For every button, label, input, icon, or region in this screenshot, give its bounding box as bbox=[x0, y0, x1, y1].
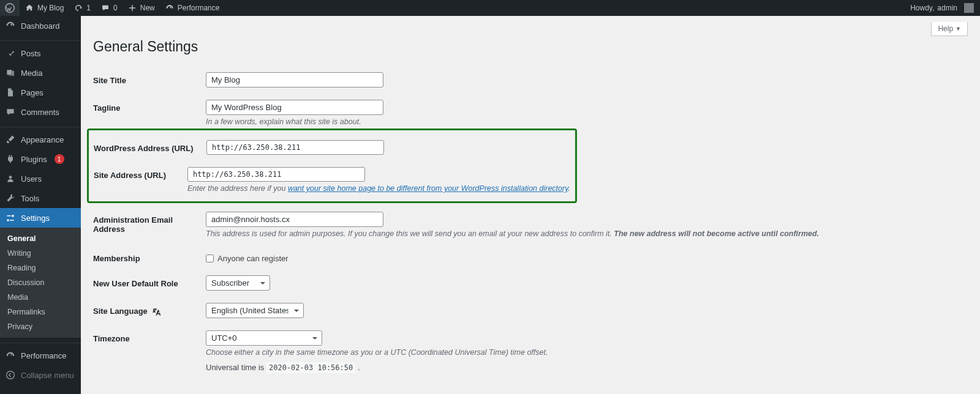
menu-plugins[interactable]: Plugins 1 bbox=[0, 149, 81, 169]
wordpress-icon bbox=[5, 3, 15, 13]
desc-admin-email: This address is used for admin purposes.… bbox=[206, 229, 819, 238]
submenu-media[interactable]: Media bbox=[0, 290, 81, 305]
select-timezone[interactable]: UTC+0 bbox=[206, 330, 322, 346]
desc-site-url-suffix: . bbox=[568, 184, 570, 193]
label-timezone: Timezone bbox=[93, 330, 206, 343]
input-site-url[interactable] bbox=[187, 167, 365, 182]
menu-performance-label: Performance bbox=[21, 351, 66, 360]
menu-media[interactable]: Media bbox=[0, 63, 81, 83]
comments-link[interactable]: 0 bbox=[96, 0, 123, 16]
label-default-role: New User Default Role bbox=[93, 275, 206, 288]
input-tagline[interactable] bbox=[206, 100, 383, 115]
menu-media-label: Media bbox=[21, 69, 42, 78]
collapse-label: Collapse menu bbox=[21, 371, 74, 380]
site-link[interactable]: My Blog bbox=[20, 0, 69, 16]
desc-admin-email-2: The new address will not become active u… bbox=[614, 229, 819, 238]
universal-prefix: Universal time is bbox=[206, 363, 266, 372]
row-site-title: Site Title bbox=[93, 66, 968, 94]
checkbox-membership[interactable] bbox=[206, 255, 214, 262]
avatar bbox=[964, 3, 974, 13]
menu-comments[interactable]: Comments bbox=[0, 102, 81, 122]
row-default-role: New User Default Role Subscriber bbox=[93, 269, 968, 297]
submenu-general[interactable]: General bbox=[0, 231, 81, 246]
input-admin-email[interactable] bbox=[206, 212, 383, 227]
plug-icon bbox=[5, 154, 16, 165]
wrench-icon bbox=[5, 193, 16, 204]
comments-count: 0 bbox=[113, 4, 118, 12]
sliders-icon bbox=[5, 212, 16, 223]
input-wp-url[interactable] bbox=[206, 140, 384, 155]
label-site-title: Site Title bbox=[93, 72, 206, 85]
gauge-icon bbox=[165, 3, 175, 13]
row-tagline: Tagline In a few words, explain what thi… bbox=[93, 94, 968, 128]
account-link[interactable]: Howdy, admin bbox=[905, 0, 980, 16]
gauge-icon bbox=[5, 350, 16, 361]
menu-posts[interactable]: Posts bbox=[0, 43, 81, 63]
menu-tools[interactable]: Tools bbox=[0, 188, 81, 208]
help-label: Help bbox=[938, 24, 953, 33]
site-name-label: My Blog bbox=[37, 4, 64, 12]
menu-separator bbox=[0, 340, 81, 343]
updates-count: 1 bbox=[86, 4, 91, 12]
label-language: Site Language bbox=[93, 303, 206, 317]
submenu-privacy[interactable]: Privacy bbox=[0, 319, 81, 334]
row-membership: Membership Anyone can register bbox=[93, 244, 968, 269]
label-wp-url: WordPress Address (URL) bbox=[94, 140, 206, 153]
menu-users-label: Users bbox=[21, 174, 42, 184]
label-site-url: Site Address (URL) bbox=[94, 167, 187, 180]
updates-link[interactable]: 1 bbox=[69, 0, 96, 16]
menu-dashboard[interactable]: Dashboard bbox=[0, 16, 81, 35]
submenu-discussion[interactable]: Discussion bbox=[0, 275, 81, 290]
plugins-update-badge: 1 bbox=[55, 154, 64, 164]
url-highlight-box: WordPress Address (URL) Site Address (UR… bbox=[87, 128, 577, 203]
performance-link[interactable]: Performance bbox=[160, 0, 225, 16]
svg-point-1 bbox=[9, 176, 12, 179]
comment-icon bbox=[5, 106, 16, 117]
menu-appearance[interactable]: Appearance bbox=[0, 130, 81, 149]
menu-comments-label: Comments bbox=[21, 108, 59, 117]
menu-pages[interactable]: Pages bbox=[0, 83, 81, 102]
desc-tagline: In a few words, explain what this site i… bbox=[206, 117, 383, 126]
page-title: General Settings bbox=[93, 39, 968, 55]
howdy-prefix: Howdy, bbox=[910, 4, 934, 12]
dashboard-icon bbox=[5, 20, 16, 31]
menu-plugins-label: Plugins bbox=[21, 155, 47, 164]
performance-label: Performance bbox=[178, 4, 220, 12]
desc-site-url-link[interactable]: want your site home page to be different… bbox=[288, 184, 568, 193]
menu-settings-label: Settings bbox=[21, 214, 50, 223]
user-name: admin bbox=[937, 4, 957, 12]
label-tagline: Tagline bbox=[93, 100, 206, 113]
row-site-url: Site Address (URL) Enter the address her… bbox=[94, 161, 570, 195]
svg-point-2 bbox=[7, 371, 15, 379]
submenu-permalinks[interactable]: Permalinks bbox=[0, 305, 81, 319]
menu-users[interactable]: Users bbox=[0, 169, 81, 188]
help-tab[interactable]: Help ▼ bbox=[931, 22, 968, 36]
submenu-writing[interactable]: Writing bbox=[0, 246, 81, 261]
input-site-title[interactable] bbox=[206, 72, 383, 87]
select-default-role[interactable]: Subscriber bbox=[206, 275, 270, 291]
menu-performance[interactable]: Performance bbox=[0, 346, 81, 365]
settings-submenu: General Writing Reading Discussion Media… bbox=[0, 228, 81, 338]
row-language: Site Language English (United States) bbox=[93, 297, 968, 324]
home-icon bbox=[24, 3, 34, 13]
desc-timezone: Choose either a city in the same timezon… bbox=[206, 348, 548, 357]
row-admin-email: Administration Email Address This addres… bbox=[93, 203, 968, 244]
label-membership: Membership bbox=[93, 250, 206, 263]
comments-icon bbox=[100, 3, 110, 13]
desc-site-url-prefix: Enter the address here if you bbox=[187, 184, 288, 193]
label-admin-email: Administration Email Address bbox=[93, 212, 206, 234]
pages-icon bbox=[5, 87, 16, 98]
universal-suffix: . bbox=[358, 363, 360, 372]
row-wp-url: WordPress Address (URL) bbox=[94, 134, 570, 161]
menu-tools-label: Tools bbox=[21, 194, 39, 203]
select-language[interactable]: English (United States) bbox=[206, 303, 304, 318]
pin-icon bbox=[5, 48, 16, 59]
menu-settings[interactable]: Settings bbox=[0, 208, 81, 228]
submenu-reading[interactable]: Reading bbox=[0, 261, 81, 275]
collapse-menu[interactable]: Collapse menu bbox=[0, 365, 81, 385]
wordpress-logo[interactable] bbox=[0, 0, 20, 16]
checkbox-membership-label: Anyone can register bbox=[217, 254, 288, 263]
new-link[interactable]: New bbox=[123, 0, 160, 16]
collapse-icon bbox=[5, 370, 16, 381]
label-language-text: Site Language bbox=[93, 307, 148, 316]
